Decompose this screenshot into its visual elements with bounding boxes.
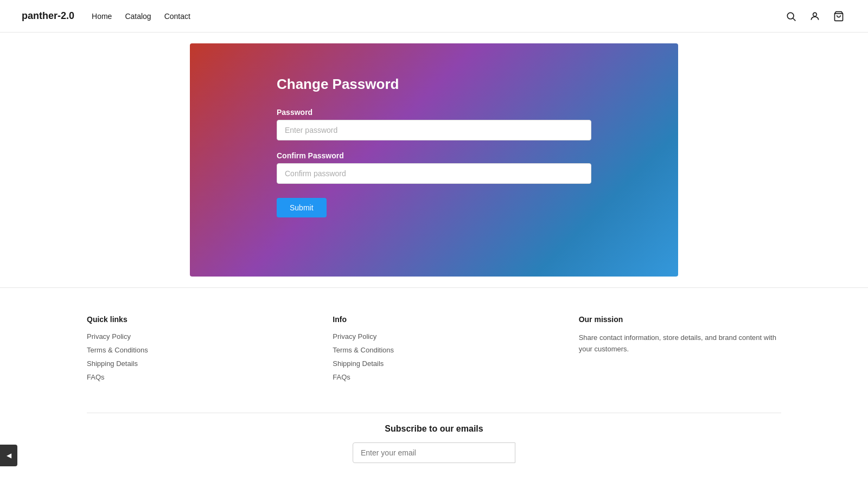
footer-link-privacy-1[interactable]: Privacy Policy — [87, 332, 289, 341]
footer-columns: Quick links Privacy Policy Terms & Condi… — [87, 315, 781, 387]
footer-link-faqs-1[interactable]: FAQs — [87, 373, 289, 381]
subscribe-title: Subscribe to our emails — [87, 424, 781, 434]
info-title: Info — [333, 315, 535, 324]
our-mission-text: Share contact information, store details… — [579, 332, 781, 355]
subscribe-email-input[interactable] — [353, 442, 515, 463]
svg-point-0 — [787, 12, 794, 19]
footer-quick-links: Quick links Privacy Policy Terms & Condi… — [87, 315, 289, 387]
search-icon — [786, 11, 796, 22]
footer-link-terms-1[interactable]: Terms & Conditions — [87, 346, 289, 354]
confirm-password-group: Confirm Password — [277, 151, 591, 184]
form-title: Change Password — [277, 76, 591, 93]
password-label: Password — [277, 108, 591, 117]
confirm-password-input[interactable] — [277, 163, 591, 184]
header: panther-2.0 Home Catalog Contact — [0, 0, 868, 33]
header-left: panther-2.0 Home Catalog Contact — [22, 10, 190, 22]
footer-info: Info Privacy Policy Terms & Conditions S… — [333, 315, 535, 387]
password-group: Password — [277, 108, 591, 140]
floating-widget[interactable]: ◀ — [0, 445, 17, 466]
brand-logo[interactable]: panther-2.0 — [22, 10, 74, 22]
nav-contact[interactable]: Contact — [164, 12, 190, 21]
hero-section: Change Password Password Confirm Passwor… — [190, 43, 678, 277]
footer-link-shipping-2[interactable]: Shipping Details — [333, 359, 535, 368]
footer-link-terms-2[interactable]: Terms & Conditions — [333, 346, 535, 354]
footer-link-faqs-2[interactable]: FAQs — [333, 373, 535, 381]
search-button[interactable] — [783, 9, 799, 24]
footer-subscribe: Subscribe to our emails — [87, 413, 781, 463]
header-icons — [783, 9, 846, 24]
main-nav: Home Catalog Contact — [92, 12, 190, 21]
footer: Quick links Privacy Policy Terms & Condi… — [0, 288, 868, 485]
footer-link-privacy-2[interactable]: Privacy Policy — [333, 332, 535, 341]
password-input[interactable] — [277, 120, 591, 140]
subscribe-input-row — [87, 442, 781, 463]
submit-button[interactable]: Submit — [277, 198, 327, 217]
account-button[interactable] — [807, 9, 822, 24]
nav-catalog[interactable]: Catalog — [125, 12, 151, 21]
svg-point-2 — [813, 12, 817, 16]
our-mission-title: Our mission — [579, 315, 781, 324]
confirm-password-label: Confirm Password — [277, 151, 591, 160]
quick-links-title: Quick links — [87, 315, 289, 324]
cart-button[interactable] — [831, 9, 846, 24]
nav-home[interactable]: Home — [92, 12, 112, 21]
svg-line-1 — [793, 18, 796, 21]
cart-icon — [833, 11, 844, 22]
account-icon — [809, 11, 820, 22]
footer-link-shipping-1[interactable]: Shipping Details — [87, 359, 289, 368]
footer-our-mission: Our mission Share contact information, s… — [579, 315, 781, 387]
floating-widget-icon: ◀ — [7, 452, 11, 459]
